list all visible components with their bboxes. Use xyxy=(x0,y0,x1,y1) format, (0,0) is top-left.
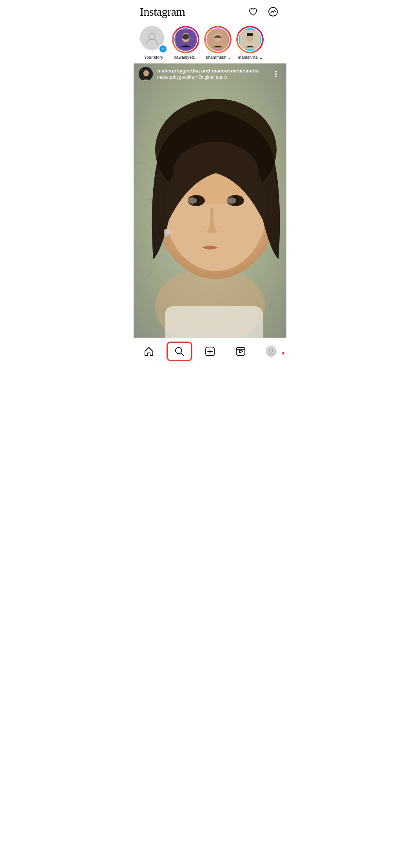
svg-point-7 xyxy=(182,34,189,40)
story-label-shammiish: shammiish... xyxy=(206,55,230,60)
search-nav-button[interactable] xyxy=(168,343,191,360)
nawalsyed-avatar xyxy=(174,27,198,52)
svg-point-37 xyxy=(275,73,277,75)
messenger-icon xyxy=(268,6,279,17)
add-story-button[interactable] xyxy=(159,45,167,53)
plus-icon xyxy=(161,47,165,51)
post-header: makeupbygeetika and maccosmeticsindia ma… xyxy=(134,63,286,85)
svg-rect-12 xyxy=(247,33,253,36)
svg-point-38 xyxy=(275,76,277,77)
story-item-manishmal[interactable]: manishmal... xyxy=(236,26,264,60)
manishmal-avatar xyxy=(238,27,262,52)
svg-point-47 xyxy=(270,349,273,352)
messenger-button[interactable] xyxy=(266,5,280,19)
svg-line-40 xyxy=(181,353,184,356)
nawalsyed-avatar-img xyxy=(176,30,196,49)
story-label-your-story: Your story xyxy=(144,55,163,60)
profile-nav-button[interactable] xyxy=(259,343,283,360)
manishmal-avatar-img xyxy=(240,30,260,49)
post-user-info: makeupbygeetika and maccosmeticsindia ma… xyxy=(157,68,270,80)
post-portrait-svg xyxy=(134,63,286,338)
svg-rect-44 xyxy=(236,347,245,355)
manishmal-avatar-wrap xyxy=(236,26,264,53)
svg-rect-31 xyxy=(165,306,263,338)
instagram-logo: Instagram xyxy=(140,5,185,18)
post-avatar-img xyxy=(139,67,153,81)
header-action-icons xyxy=(246,5,280,19)
shammiish-avatar-img xyxy=(208,30,228,49)
likes-button[interactable] xyxy=(246,5,260,18)
home-icon xyxy=(143,346,154,357)
story-item-nawalsyed[interactable]: nawalsyed... xyxy=(172,26,199,60)
shammiish-avatar-wrap xyxy=(204,26,232,53)
post-audio[interactable]: makeupbygeetika • Original audio xyxy=(157,74,270,81)
heart-icon xyxy=(248,7,258,17)
profile-avatar-icon xyxy=(267,347,275,355)
stories-row: Your story nawalsyed... xyxy=(134,22,286,63)
bottom-navigation xyxy=(134,338,286,368)
profile-avatar xyxy=(266,346,277,357)
svg-point-35 xyxy=(143,70,149,76)
svg-point-1 xyxy=(149,33,155,40)
story-label-nawalsyed: nawalsyed... xyxy=(174,55,197,60)
app-header: Instagram xyxy=(134,0,286,22)
post-user-avatar[interactable] xyxy=(138,67,153,81)
post-image: makeupbygeetika and maccosmeticsindia ma… xyxy=(134,63,286,338)
home-nav-button[interactable] xyxy=(137,343,161,360)
manishmal-ring xyxy=(236,26,264,53)
create-icon xyxy=(205,346,215,357)
reels-nav-button[interactable] xyxy=(229,343,252,360)
story-label-manishmal: manishmal... xyxy=(238,55,262,60)
nawalsyed-avatar-wrap xyxy=(172,26,199,53)
create-nav-button[interactable] xyxy=(198,343,222,360)
post-username[interactable]: makeupbygeetika and maccosmeticsindia xyxy=(157,68,270,74)
svg-point-29 xyxy=(188,197,197,204)
your-story-avatar-wrap xyxy=(140,26,167,53)
svg-point-36 xyxy=(275,71,277,72)
search-icon xyxy=(174,346,185,357)
nawalsyed-ring xyxy=(172,26,199,53)
svg-marker-45 xyxy=(239,350,243,353)
reels-icon xyxy=(235,346,246,357)
story-item-your-story[interactable]: Your story xyxy=(140,26,167,60)
post-more-button[interactable] xyxy=(270,68,282,80)
shammiish-avatar xyxy=(206,27,230,52)
svg-point-33 xyxy=(164,233,168,237)
story-item-shammiish[interactable]: shammiish... xyxy=(204,26,232,60)
profile-placeholder-icon xyxy=(145,31,159,45)
svg-point-30 xyxy=(227,197,236,204)
shammiish-ring xyxy=(204,26,232,53)
feed-post: makeupbygeetika and maccosmeticsindia ma… xyxy=(134,63,286,338)
profile-notification-dot xyxy=(282,352,284,354)
more-options-icon xyxy=(272,70,280,78)
